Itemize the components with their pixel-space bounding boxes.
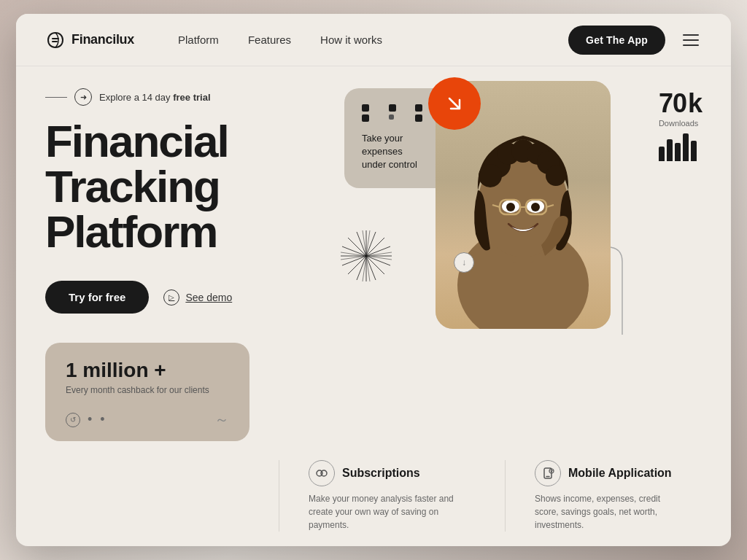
arrow-down-right-icon (444, 93, 465, 114)
starburst-decoration (337, 227, 395, 285)
stats-number: 1 million + (66, 359, 229, 382)
browser-frame: Financilux Platform Features How it work… (16, 14, 731, 546)
trial-line-decoration (45, 97, 67, 98)
stat-70k-label: Downloads (659, 119, 702, 128)
brand-logo-icon (45, 30, 66, 50)
vertical-divider-2 (505, 460, 506, 532)
svg-point-12 (506, 203, 515, 211)
vertical-divider (279, 460, 279, 532)
stats-description: Every month cashback for our clients (66, 385, 229, 395)
orange-arrow-button[interactable] (428, 77, 481, 130)
squiggle-decoration: ～ (214, 410, 229, 429)
hero-left: ➜ Explore a 14 day free trial Financial … (45, 81, 322, 453)
nav-features[interactable]: Features (248, 34, 291, 46)
get-app-button[interactable]: Get The App (568, 26, 665, 55)
free-trial-badge: ➜ Explore a 14 day free trial (45, 88, 322, 106)
subscriptions-feature: Subscriptions Make your money analysis f… (309, 460, 476, 532)
stat-70k-number: 70 (659, 88, 686, 119)
nav-platform[interactable]: Platform (178, 34, 219, 46)
svg-point-9 (479, 164, 502, 187)
demo-circle-icon: ▷ (163, 289, 179, 306)
downloads-stat: 70 k Downloads (659, 88, 702, 161)
hamburger-line-3 (683, 44, 699, 46)
svg-point-32 (321, 470, 327, 476)
trial-text: Explore a 14 day free trial (99, 92, 211, 103)
nav-links: Platform Features How it works (178, 34, 568, 46)
nav-right: Get The App (568, 26, 702, 55)
bar-item (667, 139, 673, 161)
mobile-app-description: Shows income, expenses, credit score, sa… (535, 492, 681, 532)
mobile-app-feature: Mobile Application Shows income, expense… (535, 460, 702, 532)
hero-right: 70 k Downloads (322, 81, 702, 453)
hero-section: ➜ Explore a 14 day free trial Financial … (16, 66, 731, 460)
menu-button[interactable] (680, 31, 702, 49)
svg-point-8 (546, 166, 566, 186)
subscriptions-description: Make your money analysis faster and crea… (309, 492, 454, 532)
navbar: Financilux Platform Features How it work… (16, 14, 731, 66)
refresh-icon: ↺ (66, 413, 80, 427)
bottom-section: Subscriptions Make your money analysis f… (16, 460, 731, 546)
mobile-app-icon (535, 460, 561, 486)
bar-item (675, 143, 681, 161)
logo-area: Financilux (45, 30, 134, 50)
subscriptions-header: Subscriptions (309, 460, 476, 486)
trial-arrow-icon: ➜ (74, 88, 92, 106)
try-free-button[interactable]: Try for free (45, 281, 149, 314)
bar-item (683, 133, 689, 161)
subscriptions-title: Subscriptions (342, 467, 420, 480)
downloads-bar-chart (659, 132, 702, 161)
mobile-app-header: Mobile Application (535, 460, 702, 486)
hamburger-line-2 (683, 39, 699, 41)
brand-name: Financilux (71, 32, 134, 47)
stats-card: 1 million + Every month cashback for our… (45, 343, 249, 441)
mobile-app-title: Mobile Application (568, 467, 672, 480)
nav-how-it-works[interactable]: How it works (320, 34, 382, 46)
hero-buttons: Try for free ▷ See demo (45, 281, 322, 314)
bar-item (659, 147, 665, 161)
bar-item (691, 141, 697, 161)
connector-down-icon: ↓ (454, 252, 474, 273)
main-content: ➜ Explore a 14 day free trial Financial … (16, 66, 731, 546)
svg-point-13 (531, 203, 540, 211)
subscriptions-icon (309, 460, 335, 486)
hamburger-line-1 (683, 34, 699, 36)
stats-bottom: ↺ • • ～ (66, 410, 229, 429)
stats-dots: • • (88, 412, 107, 427)
hero-title: Financial Tracking Platform (45, 119, 322, 254)
stat-70k-unit: k (688, 88, 702, 119)
see-demo-button[interactable]: ▷ See demo (163, 289, 232, 306)
